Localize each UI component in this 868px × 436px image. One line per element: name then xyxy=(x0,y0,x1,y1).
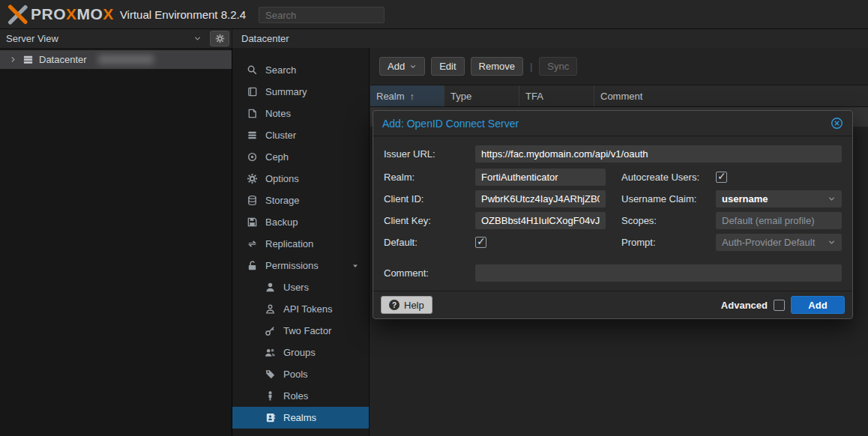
column-header-type[interactable]: Type xyxy=(444,85,519,106)
issuer-url-input[interactable] xyxy=(475,145,842,163)
chevron-down-icon xyxy=(409,63,417,70)
sidebar-item-label: Summary xyxy=(265,86,307,97)
sidebar-item-ceph[interactable]: Ceph xyxy=(232,146,369,168)
sidebar-item-api-tokens[interactable]: API Tokens xyxy=(232,298,369,320)
close-icon[interactable] xyxy=(831,117,843,130)
column-header-realm[interactable]: Realm↑ xyxy=(370,85,444,106)
sidebar-menu: SearchSummaryNotesClusterCephOptionsStor… xyxy=(232,48,370,436)
prompt-select[interactable]: Auth-Provider Default xyxy=(716,234,842,251)
sidebar-item-label: Roles xyxy=(283,390,308,402)
caret-down-icon xyxy=(351,261,360,270)
book-icon xyxy=(247,86,258,97)
sidebar-item-pools[interactable]: Pools xyxy=(232,363,369,385)
advanced-label: Advanced xyxy=(721,300,768,311)
top-header: PROXMOX Virtual Environment 8.2.4 xyxy=(0,0,868,29)
redacted-hostname xyxy=(98,55,154,64)
sync-button[interactable]: Sync xyxy=(539,57,577,76)
tree-settings-button[interactable] xyxy=(210,31,229,46)
add-button[interactable]: Add xyxy=(379,57,425,76)
help-button[interactable]: ? Help xyxy=(381,296,433,314)
gear-icon xyxy=(215,34,225,43)
sidebar-item-replication[interactable]: Replication xyxy=(232,233,369,255)
person-icon xyxy=(265,390,276,402)
client-id-input[interactable] xyxy=(475,190,606,208)
sidebar-item-notes[interactable]: Notes xyxy=(232,103,369,124)
autocreate-users-checkbox[interactable] xyxy=(716,172,727,183)
view-selector[interactable]: Server View xyxy=(0,29,208,48)
dialog-titlebar: Add: OpenID Connect Server xyxy=(373,111,852,136)
sidebar-item-label: Ceph xyxy=(265,151,289,163)
sidebar-item-realms[interactable]: Realms xyxy=(232,407,369,429)
sidebar-item-label: Groups xyxy=(283,347,316,358)
realm-input[interactable] xyxy=(475,169,606,186)
username-claim-label: Username Claim: xyxy=(621,193,716,205)
sidebar-item-groups[interactable]: Groups xyxy=(232,342,369,363)
comment-input[interactable] xyxy=(475,264,842,282)
sidebar-item-cluster[interactable]: Cluster xyxy=(232,124,369,146)
sidebar-item-two-factor[interactable]: Two Factor xyxy=(232,320,369,342)
scopes-input[interactable] xyxy=(716,212,842,229)
client-key-input[interactable] xyxy=(475,212,606,229)
users-icon xyxy=(265,347,276,358)
column-header-comment[interactable]: Comment xyxy=(594,85,868,106)
sidebar-item-roles[interactable]: Roles xyxy=(232,385,369,407)
sidebar-item-label: Search xyxy=(265,64,296,76)
question-icon: ? xyxy=(389,300,400,310)
user-outline-icon xyxy=(265,303,276,315)
floppy-icon xyxy=(247,217,258,228)
autocreate-users-label: Autocreate Users: xyxy=(621,172,716,183)
global-search-input[interactable] xyxy=(259,7,385,23)
toolbar-separator: | xyxy=(530,61,532,72)
dialog-left-column: Realm: Client ID: Client Key: Default: xyxy=(384,169,606,255)
sub-header: Server View Datacenter xyxy=(0,29,868,48)
sidebar-item-summary[interactable]: Summary xyxy=(232,81,369,103)
edit-button[interactable]: Edit xyxy=(431,57,464,76)
database-icon xyxy=(247,195,258,206)
unlock-icon xyxy=(247,260,258,271)
advanced-checkbox[interactable] xyxy=(774,300,785,311)
tree-item-datacenter[interactable]: Datacenter xyxy=(0,50,232,69)
dialog-title: Add: OpenID Connect Server xyxy=(382,118,831,130)
sidebar-item-permissions[interactable]: Permissions xyxy=(232,255,369,276)
chevron-down-icon xyxy=(828,195,836,203)
ceph-icon xyxy=(247,151,258,163)
sidebar-item-label: Backup xyxy=(265,217,298,228)
proxmox-app: PROXMOX Virtual Environment 8.2.4 Server… xyxy=(0,0,868,436)
sidebar-item-label: Cluster xyxy=(265,130,296,141)
column-header-tfa[interactable]: TFA xyxy=(519,85,594,106)
sidebar-item-label: API Tokens xyxy=(283,303,333,315)
resource-tree: Datacenter xyxy=(0,48,232,436)
chevron-down-icon xyxy=(828,238,836,246)
sidebar-item-ha[interactable]: HA xyxy=(232,429,369,436)
gear-icon xyxy=(247,173,258,184)
remove-button[interactable]: Remove xyxy=(471,57,523,76)
username-claim-select[interactable]: username xyxy=(716,190,842,208)
tag-icon xyxy=(265,369,276,380)
product-version: Virtual Environment 8.2.4 xyxy=(120,8,246,21)
chevron-down-icon xyxy=(193,34,202,43)
key-icon xyxy=(265,325,276,336)
panel-title: Datacenter xyxy=(241,29,289,48)
realm-label: Realm: xyxy=(384,172,475,183)
sidebar-item-label: Two Factor xyxy=(283,325,331,336)
realms-toolbar: Add Edit Remove | Sync xyxy=(370,48,868,85)
sidebar-item-label: Pools xyxy=(283,369,308,380)
issuer-url-label: Issuer URL: xyxy=(384,148,475,160)
server-icon xyxy=(22,54,34,65)
sidebar-item-options[interactable]: Options xyxy=(232,168,369,190)
sidebar-item-label: Users xyxy=(283,282,309,293)
table-header: Realm↑TypeTFAComment xyxy=(370,85,868,107)
dialog-body: Issuer URL: Realm: Client ID: Client Key… xyxy=(373,136,852,291)
tree-toolbar: Server View xyxy=(0,29,232,48)
tree-item-label: Datacenter xyxy=(39,54,87,65)
sidebar-item-backup[interactable]: Backup xyxy=(232,211,369,233)
sidebar-item-search[interactable]: Search xyxy=(232,59,369,81)
dialog-add-button[interactable]: Add xyxy=(791,296,845,314)
client-key-label: Client Key: xyxy=(384,215,475,226)
view-selector-label: Server View xyxy=(6,33,58,44)
sidebar-item-storage[interactable]: Storage xyxy=(232,190,369,211)
sort-ascending-icon: ↑ xyxy=(410,91,415,102)
sidebar-item-users[interactable]: Users xyxy=(232,276,369,298)
default-checkbox[interactable] xyxy=(475,237,486,248)
note-icon xyxy=(247,108,258,119)
